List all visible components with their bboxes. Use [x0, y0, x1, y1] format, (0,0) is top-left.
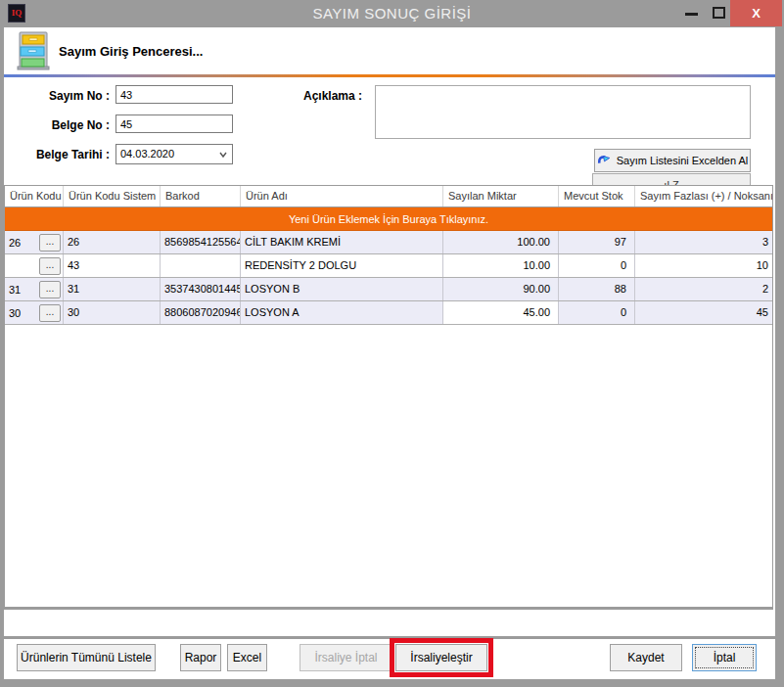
- count-results-grid: Ürün Kodu Ürün Kodu Sistem Barkod Ürün A…: [4, 185, 773, 610]
- cell-urun-adi[interactable]: REDENSİTY 2 DOLGU: [241, 254, 443, 277]
- sayim-no-label: Sayım No :: [8, 89, 110, 103]
- aciklama-textarea[interactable]: [375, 85, 751, 139]
- col-header-mevcut-stok[interactable]: Mevcut Stok: [559, 186, 635, 206]
- irsaliye-iptal-button: İrsaliye İptal: [300, 644, 392, 671]
- list-all-products-button[interactable]: Ürünlerin Tümünü Listele: [17, 644, 156, 671]
- cell-mevcut-stok[interactable]: 88: [559, 278, 635, 300]
- col-header-barkod[interactable]: Barkod: [161, 186, 241, 206]
- cell-urun-kodu-sistem[interactable]: 26: [64, 231, 161, 253]
- excel-button[interactable]: Excel: [227, 644, 267, 671]
- cell-fark[interactable]: 10: [635, 254, 772, 277]
- cell-urun-kodu-sistem[interactable]: 30: [64, 301, 161, 324]
- cell-urun-kodu: 26: [9, 232, 21, 253]
- cell-barkod[interactable]: [161, 254, 241, 277]
- excel-import-label: Sayım Listesini Excelden Al: [617, 155, 749, 166]
- cell-fark[interactable]: 3: [635, 231, 772, 253]
- col-header-fark[interactable]: Sayım Fazlası (+) / Noksanı (-: [635, 186, 772, 206]
- table-row[interactable]: ... 43 REDENSİTY 2 DOLGU 10.00 0 10: [5, 254, 772, 278]
- window-title: SAYIM SONUÇ GİRİŞİ: [0, 5, 784, 22]
- table-row[interactable]: 30 ... 30 8806087020946 LOSYON A 45.00 0…: [5, 301, 772, 325]
- cell-sayilan-miktar-editing[interactable]: 45.00: [443, 301, 559, 324]
- window-content: Sayım Giriş Penceresi... Sayım No : Belg…: [4, 27, 775, 679]
- cell-sayilan-miktar[interactable]: 10.00: [443, 254, 559, 277]
- maximize-button[interactable]: [713, 7, 725, 19]
- cell-barkod[interactable]: 8806087020946: [161, 301, 241, 324]
- cell-urun-adi[interactable]: CİLT BAKIM KREMİ: [241, 231, 443, 253]
- cell-sayilan-miktar[interactable]: 100.00: [443, 231, 559, 253]
- chevron-down-icon: [219, 151, 227, 159]
- sayim-no-input[interactable]: [115, 85, 233, 104]
- cell-mevcut-stok[interactable]: 0: [559, 254, 635, 277]
- belge-no-label: Belge No :: [8, 118, 110, 132]
- cell-barkod[interactable]: 8569854125564: [161, 231, 241, 253]
- col-header-urun-kodu[interactable]: Ürün Kodu: [5, 186, 64, 206]
- lookup-ellipsis-button[interactable]: ...: [39, 234, 61, 252]
- kaydet-button[interactable]: Kaydet: [610, 644, 682, 671]
- curved-arrow-icon: [597, 154, 612, 167]
- cell-urun-kodu-sistem[interactable]: 31: [64, 278, 161, 300]
- grid-header-row: Ürün Kodu Ürün Kodu Sistem Barkod Ürün A…: [5, 186, 772, 207]
- aciklama-label: Açıklama :: [260, 89, 362, 103]
- col-header-urun-adi[interactable]: Ürün Adı: [241, 186, 443, 206]
- lookup-ellipsis-button[interactable]: ...: [39, 257, 61, 275]
- add-new-product-row[interactable]: Yeni Ürün Eklemek İçin Buraya Tıklayınız…: [5, 207, 772, 231]
- belge-tarihi-dropdown[interactable]: 04.03.2020: [115, 144, 233, 164]
- col-header-sayilan-miktar[interactable]: Sayılan Miktar: [443, 186, 559, 206]
- cell-urun-adi[interactable]: LOSYON B: [241, 278, 443, 300]
- gradient-divider: [4, 74, 775, 77]
- cell-urun-kodu: 30: [9, 302, 21, 324]
- irsaliyelestir-button[interactable]: İrsaliyeleştir: [395, 644, 487, 671]
- table-row[interactable]: 26 ... 26 8569854125564 CİLT BAKIM KREMİ…: [5, 231, 772, 254]
- file-cabinet-icon: [16, 30, 53, 75]
- app-window: IQ SAYIM SONUÇ GİRİŞİ X Sayım Giriş Penc…: [0, 0, 784, 687]
- cell-mevcut-stok[interactable]: 0: [559, 301, 635, 324]
- cell-barkod[interactable]: 3537430801445: [161, 278, 241, 300]
- iptal-button[interactable]: İptal: [692, 644, 757, 671]
- cell-urun-kodu: 31: [9, 279, 21, 300]
- cell-sayilan-miktar[interactable]: 90.00: [443, 278, 559, 300]
- lookup-ellipsis-button[interactable]: ...: [39, 281, 61, 298]
- belge-no-input[interactable]: [115, 114, 233, 133]
- clipped-hidden-button[interactable]: ıl Z: [592, 173, 751, 185]
- cell-urun-adi[interactable]: LOSYON A: [241, 301, 443, 324]
- cell-fark[interactable]: 2: [635, 278, 772, 300]
- minimize-button[interactable]: [685, 13, 698, 16]
- col-header-urun-kodu-sistem[interactable]: Ürün Kodu Sistem: [64, 186, 161, 206]
- close-button[interactable]: X: [730, 0, 782, 26]
- belge-tarihi-value: 04.03.2020: [120, 148, 174, 160]
- red-annotation-rectangle: İrsaliyeleştir: [390, 638, 493, 677]
- table-row[interactable]: 31 ... 31 3537430801445 LOSYON B 90.00 8…: [5, 278, 772, 301]
- rapor-button[interactable]: Rapor: [180, 644, 221, 671]
- title-bar: IQ SAYIM SONUÇ GİRİŞİ X: [0, 0, 784, 27]
- lookup-ellipsis-button[interactable]: ...: [39, 304, 61, 322]
- excel-import-button[interactable]: Sayım Listesini Excelden Al: [594, 149, 751, 172]
- cell-mevcut-stok[interactable]: 97: [559, 231, 635, 253]
- cell-fark[interactable]: 45: [635, 301, 772, 324]
- page-title: Sayım Giriş Penceresi...: [59, 44, 203, 59]
- belge-tarihi-label: Belge Tarihi :: [8, 148, 110, 161]
- cell-urun-kodu-sistem[interactable]: 43: [64, 254, 161, 277]
